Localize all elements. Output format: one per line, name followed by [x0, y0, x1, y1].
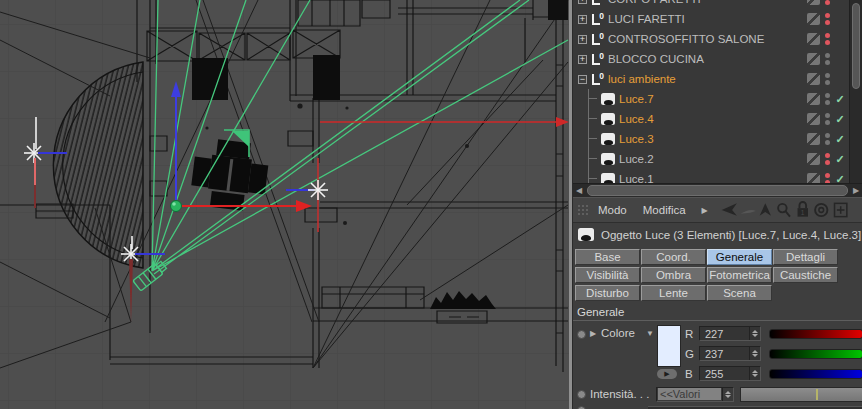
- dropdown-arrow-icon[interactable]: ▼: [646, 329, 654, 338]
- visibility-dots[interactable]: [825, 93, 830, 105]
- search-icon[interactable]: [778, 204, 790, 217]
- flyout-arrow-icon[interactable]: ▶: [702, 206, 708, 215]
- object-label[interactable]: Luce.4: [619, 113, 807, 125]
- scroll-left-arrow-icon[interactable]: ◀: [573, 184, 585, 197]
- expand-toggle-icon[interactable]: +: [578, 55, 587, 64]
- tab-lente[interactable]: Lente: [641, 285, 706, 301]
- tab-disturbo[interactable]: Disturbo: [575, 285, 640, 301]
- visibility-dots[interactable]: [825, 13, 830, 25]
- intensity-slider[interactable]: [740, 387, 862, 402]
- layer-chip-icon[interactable]: [807, 133, 820, 145]
- layer-chip-icon[interactable]: [807, 153, 820, 165]
- object-row[interactable]: +0CORPO FARETTI: [573, 0, 849, 9]
- object-row[interactable]: +0BLOCCO CUCINA: [573, 49, 849, 69]
- layer-chip-icon[interactable]: [807, 173, 820, 183]
- keyframe-dot-icon[interactable]: [577, 390, 586, 399]
- menu-modo[interactable]: Modo: [598, 204, 627, 216]
- history-forward-icon[interactable]: [740, 210, 755, 214]
- layer-chip-icon[interactable]: [807, 0, 820, 5]
- red-value-field[interactable]: 227: [699, 326, 761, 341]
- value-stepper-icon[interactable]: [749, 347, 760, 360]
- swatch-expand-button[interactable]: ▶: [657, 369, 677, 379]
- expand-toggle-icon[interactable]: −: [578, 75, 587, 84]
- tab-base[interactable]: Base: [575, 249, 640, 265]
- enabled-check-icon[interactable]: ✓: [834, 173, 846, 184]
- history-back-icon[interactable]: [721, 203, 736, 215]
- up-arrow-icon[interactable]: [759, 203, 770, 215]
- scroll-right-arrow-icon[interactable]: ▶: [850, 184, 862, 197]
- visibility-dots[interactable]: [825, 33, 830, 45]
- visibility-dots[interactable]: [825, 153, 830, 165]
- light-object-icon: [601, 133, 615, 145]
- green-value-field[interactable]: 237: [699, 346, 761, 361]
- object-label[interactable]: CONTROSOFFITTO SALONE: [608, 33, 807, 45]
- object-title: Oggetto Luce (3 Elementi) [Luce.7, Luce.…: [601, 229, 861, 241]
- tab-visibilita[interactable]: Visibilità: [575, 267, 640, 283]
- enabled-check-icon[interactable]: ✓: [834, 93, 846, 106]
- keyframe-dot-icon[interactable]: [577, 330, 586, 339]
- green-slider[interactable]: [769, 349, 862, 359]
- visibility-dots[interactable]: [825, 53, 830, 65]
- intensity-value-dropdown[interactable]: <<Valori: [656, 387, 734, 402]
- enabled-check-icon[interactable]: ✓: [834, 153, 846, 166]
- object-row[interactable]: +0CONTROSOFFITTO SALONE: [573, 29, 849, 49]
- layer-chip-icon[interactable]: [807, 113, 820, 125]
- object-label[interactable]: Luce.7: [619, 93, 807, 105]
- visibility-dots[interactable]: [825, 73, 830, 85]
- layer-chip-icon[interactable]: [807, 53, 820, 65]
- vertical-scrollbar[interactable]: [849, 0, 862, 183]
- disclosure-arrow-icon[interactable]: ▶: [590, 329, 596, 338]
- blue-slider[interactable]: [769, 369, 862, 379]
- object-label[interactable]: CORPO FARETTI: [608, 0, 807, 5]
- vertical-scrollbar-thumb[interactable]: [852, 3, 860, 89]
- panel-grip-icon[interactable]: [577, 204, 590, 217]
- tab-coord[interactable]: Coord.: [641, 249, 706, 265]
- value-stepper-icon[interactable]: [722, 388, 733, 401]
- object-row[interactable]: −0luci ambiente: [573, 69, 849, 89]
- object-row[interactable]: 0Luce.1✓: [573, 169, 849, 183]
- layer-chip-icon[interactable]: [807, 73, 820, 85]
- visibility-dots[interactable]: [825, 133, 830, 145]
- object-row[interactable]: 0Luce.4✓: [573, 109, 849, 129]
- object-row[interactable]: 0Luce.2✓: [573, 149, 849, 169]
- layer-chip-icon[interactable]: [807, 33, 820, 45]
- object-label[interactable]: BLOCCO CUCINA: [608, 53, 807, 65]
- red-slider[interactable]: [769, 329, 862, 339]
- tab-scena[interactable]: Scena: [707, 285, 772, 301]
- visibility-dots[interactable]: [825, 113, 830, 125]
- target-icon[interactable]: [815, 204, 827, 216]
- value-stepper-icon[interactable]: [749, 367, 760, 380]
- object-label[interactable]: Luce.2: [619, 153, 807, 165]
- object-label[interactable]: Luce.1: [619, 173, 807, 183]
- object-label[interactable]: luci ambiente: [608, 73, 807, 85]
- enabled-check-icon[interactable]: ✓: [834, 133, 846, 146]
- enabled-check-icon[interactable]: ✓: [834, 113, 846, 126]
- tab-fotometrica[interactable]: Fotometrica: [707, 267, 772, 283]
- tab-ombra[interactable]: Ombra: [641, 267, 706, 283]
- add-panel-icon[interactable]: [834, 203, 846, 216]
- object-label[interactable]: Luce.3: [619, 133, 807, 145]
- value-stepper-icon[interactable]: [749, 327, 760, 340]
- null-object-icon: 0: [591, 73, 604, 85]
- horizontal-scrollbar[interactable]: ◀ ▶: [573, 183, 862, 197]
- object-row[interactable]: 0Luce.7✓: [573, 89, 849, 109]
- blue-value-field[interactable]: 255: [699, 366, 761, 381]
- expand-toggle-icon[interactable]: +: [578, 15, 587, 24]
- tab-dettagli[interactable]: Dettagli: [773, 249, 838, 265]
- visibility-dots[interactable]: [825, 0, 830, 5]
- object-label[interactable]: LUCI FARETTI: [608, 13, 807, 25]
- object-row[interactable]: +0LUCI FARETTI: [573, 9, 849, 29]
- visibility-dots[interactable]: [825, 173, 830, 183]
- expand-toggle-icon[interactable]: +: [578, 0, 587, 4]
- layer-chip-icon[interactable]: [807, 93, 820, 105]
- color-swatch[interactable]: [657, 325, 681, 367]
- menu-modifica[interactable]: Modifica: [643, 204, 686, 216]
- viewport-3d[interactable]: [0, 0, 569, 409]
- expand-toggle-icon[interactable]: +: [578, 35, 587, 44]
- tab-generale[interactable]: Generale: [707, 249, 772, 265]
- lock-icon[interactable]: 1: [797, 202, 807, 217]
- object-row[interactable]: 0Luce.3✓: [573, 129, 849, 149]
- tab-caustiche[interactable]: Caustiche: [773, 267, 838, 283]
- horizontal-scrollbar-thumb[interactable]: [587, 185, 848, 196]
- layer-chip-icon[interactable]: [807, 13, 820, 25]
